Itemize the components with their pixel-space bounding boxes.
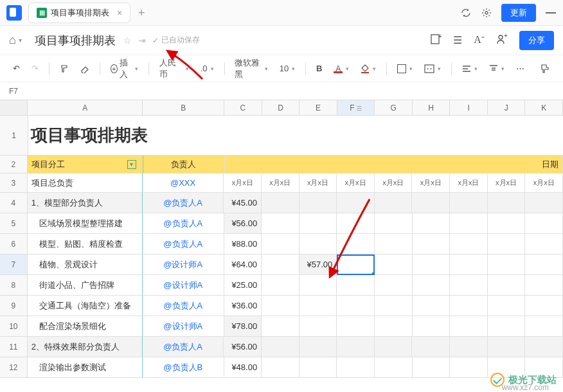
row-header-8[interactable]: 8 — [0, 275, 28, 296]
font-size-button[interactable]: 10▾ — [276, 61, 299, 76]
cell-k3[interactable]: x月x日 — [525, 174, 563, 193]
col-header-A[interactable]: A — [28, 100, 143, 116]
document-title[interactable]: 项目事项排期表 — [35, 33, 116, 48]
filter-dropdown-icon[interactable]: ☰ — [357, 105, 362, 112]
cell-c11[interactable]: ¥56.00 — [224, 337, 262, 357]
cell-e3[interactable]: x月x日 — [299, 174, 337, 193]
cell-a5[interactable]: 区域场景模型整理搭建 — [28, 213, 143, 234]
document-tab[interactable]: ▦ 项目事项排期表 × — [28, 3, 130, 23]
insert-button[interactable]: +插入▾ — [107, 55, 143, 83]
row-header-7[interactable]: 7 — [0, 254, 28, 275]
app-logo-icon[interactable] — [6, 5, 22, 21]
cell-f3[interactable]: x月x日 — [337, 174, 375, 193]
cell-c4[interactable]: ¥45.00 — [224, 193, 262, 213]
paint-format-icon[interactable] — [536, 61, 554, 76]
col-header-G[interactable]: G — [375, 100, 413, 116]
cell-a9[interactable]: 交通工具（海陆空）准备 — [28, 296, 143, 316]
list-icon[interactable]: ☰ — [453, 34, 462, 46]
selection-handle[interactable] — [372, 272, 375, 275]
cell-a7[interactable]: 植物、景观设计 — [28, 254, 143, 275]
cell-b5[interactable]: @负责人A — [143, 213, 224, 234]
vertical-align-button[interactable]: ▾ — [485, 62, 508, 75]
cell-b7[interactable]: @设计师A — [143, 254, 224, 275]
row-header-6[interactable]: 6 — [0, 234, 28, 254]
cell-b10[interactable]: @设计师A — [143, 316, 224, 337]
row-header-5[interactable]: 5 — [0, 213, 28, 234]
add-person-icon[interactable]: + — [496, 33, 508, 48]
cell-c7[interactable]: ¥64.00 — [224, 254, 262, 275]
sheet-title[interactable]: 项目事项排期表 — [28, 116, 563, 156]
text-color-button[interactable]: A▾ — [330, 62, 353, 76]
row-header-3[interactable]: 3 — [0, 174, 28, 193]
borders-button[interactable]: ▾ — [393, 62, 416, 76]
fill-color-button[interactable]: ▾ — [357, 62, 380, 76]
minimize-button[interactable] — [545, 7, 557, 19]
cell-g3[interactable]: x月x日 — [375, 174, 413, 193]
bold-button[interactable]: B — [312, 61, 326, 76]
sync-icon[interactable] — [460, 7, 472, 19]
font-family-button[interactable]: 微软雅黑▾ — [231, 55, 271, 83]
row-header-9[interactable]: 9 — [0, 296, 28, 316]
cell-c3[interactable]: x月x日 — [224, 174, 262, 193]
row-header-10[interactable]: 10 — [0, 316, 28, 337]
cell-c6[interactable]: ¥88.00 — [224, 234, 262, 254]
select-all-corner[interactable] — [0, 100, 28, 116]
header-task[interactable]: 项目分工▾ — [28, 156, 143, 174]
selected-cell-f7[interactable] — [337, 254, 375, 275]
cell-a4[interactable]: 1、模型部分负责人 — [28, 193, 143, 213]
settings-icon[interactable] — [481, 7, 492, 19]
currency-format-button[interactable]: 人民币▾ — [156, 55, 192, 83]
cell-b11[interactable]: @负责人A — [143, 337, 224, 357]
home-icon[interactable]: ⌂ — [9, 33, 16, 47]
cell-b9[interactable]: @负责人A — [143, 296, 224, 316]
cell-b6[interactable]: @负责人A — [143, 234, 224, 254]
col-header-C[interactable]: C — [224, 100, 262, 116]
cell-a10[interactable]: 配合渲染场景细化 — [28, 316, 143, 337]
col-header-B[interactable]: B — [143, 100, 224, 116]
row-header-4[interactable]: 4 — [0, 193, 28, 213]
cell-c5[interactable]: ¥56.00 — [224, 213, 262, 234]
col-header-K[interactable]: K — [525, 100, 563, 116]
cell-d3[interactable]: x月x日 — [262, 174, 299, 193]
cell-a12[interactable]: 渲染输出参数测试 — [28, 357, 143, 378]
cell-i3[interactable]: x月x日 — [450, 174, 488, 193]
decimal-button[interactable]: .0▾ — [197, 61, 218, 76]
home-dropdown-icon[interactable]: ▾ — [19, 37, 22, 44]
col-header-H[interactable]: H — [413, 100, 451, 116]
col-header-D[interactable]: D — [262, 100, 300, 116]
format-painter-icon[interactable] — [56, 62, 73, 76]
redo-button[interactable]: ↷ — [28, 61, 42, 76]
cell-a6[interactable]: 模型、贴图、精度检查 — [28, 234, 143, 254]
cell-c9[interactable]: ¥36.00 — [224, 296, 262, 316]
undo-button[interactable]: ↶ — [9, 61, 24, 76]
cell-c8[interactable]: ¥25.00 — [224, 275, 262, 296]
cell-b4[interactable]: @负责人A — [143, 193, 224, 213]
cell-c10[interactable]: ¥78.00 — [224, 316, 262, 337]
cell-e7[interactable]: ¥57.00 — [299, 254, 337, 275]
merge-cells-button[interactable]: ▾ — [420, 62, 445, 76]
cell-h3[interactable]: x月x日 — [412, 174, 450, 193]
update-button[interactable]: 更新 — [501, 4, 536, 22]
cell-j3[interactable]: x月x日 — [488, 174, 526, 193]
insert-panel-icon[interactable]: + — [430, 33, 442, 48]
cell-b8[interactable]: @设计师A — [143, 275, 224, 296]
header-owner[interactable]: 负责人 — [143, 156, 225, 174]
more-button[interactable]: ⋯ — [512, 61, 528, 76]
row-header-11[interactable]: 11 — [0, 337, 28, 357]
col-header-J[interactable]: J — [488, 100, 526, 116]
share-button[interactable]: 分享 — [519, 31, 554, 50]
row-header-12[interactable]: 12 — [0, 357, 28, 378]
header-date[interactable]: 日期 — [225, 156, 563, 174]
row-header-2[interactable]: 2 — [0, 156, 28, 174]
clear-format-icon[interactable] — [76, 62, 93, 76]
filter-icon[interactable]: ▾ — [127, 160, 136, 169]
cell-a8[interactable]: 街道小品、广告招牌 — [28, 275, 143, 296]
spreadsheet-grid[interactable]: A B C D E F ☰ G H I J K 1 项目事项排期表 2 项目分工… — [0, 100, 563, 378]
close-icon[interactable]: × — [117, 8, 122, 18]
col-header-I[interactable]: I — [450, 100, 488, 116]
new-tab-button[interactable]: + — [136, 7, 147, 19]
move-folder-icon[interactable]: ⇥ — [138, 35, 146, 46]
cell-c12[interactable]: ¥48.00 — [224, 357, 262, 378]
col-header-E[interactable]: E — [299, 100, 337, 116]
cell-reference-bar[interactable]: F7 — [0, 82, 563, 100]
